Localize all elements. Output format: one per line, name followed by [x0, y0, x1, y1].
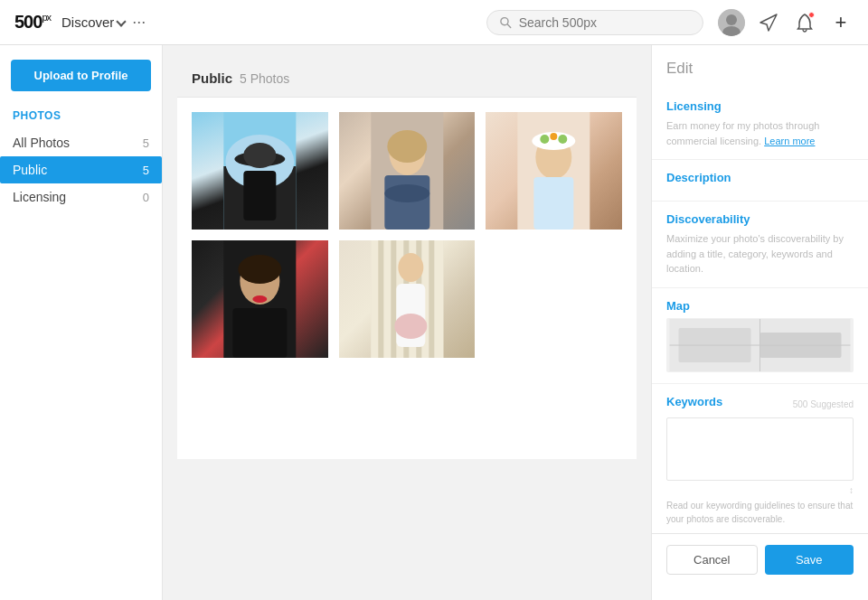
sidebar-item-all-photos[interactable]: All Photos 5 — [0, 129, 162, 156]
panel-footer: Cancel Save — [652, 533, 868, 586]
main-content: Public 5 Photos — [163, 45, 651, 600]
licensing-desc: Earn money for my photos through commerc… — [666, 118, 854, 148]
add-icon[interactable]: + — [828, 10, 854, 35]
map-section: Map — [652, 288, 868, 384]
learn-more-link[interactable]: Learn more — [764, 136, 815, 146]
header: 500px Discover ··· — [0, 0, 868, 45]
photos-grid — [192, 112, 622, 358]
svg-point-37 — [394, 314, 427, 339]
svg-point-3 — [726, 14, 737, 25]
sidebar-count-all-photos: 5 — [143, 136, 149, 150]
photo-image-1 — [192, 112, 328, 230]
svg-rect-27 — [232, 308, 287, 358]
licensing-section: Licensing Earn money for my photos throu… — [652, 89, 868, 160]
sidebar-label-licensing: Licensing — [13, 190, 66, 204]
keywords-header: Keywords 500 Suggested — [666, 395, 854, 414]
send-icon[interactable] — [756, 10, 781, 35]
svg-point-10 — [243, 143, 276, 168]
sidebar-count-licensing: 0 — [143, 191, 149, 204]
content-section-label: Public — [192, 70, 232, 86]
sidebar-item-public[interactable]: Public 5 — [0, 156, 162, 183]
photo-card-2[interactable] — [339, 112, 476, 230]
header-icons: + — [718, 9, 854, 36]
licensing-title: Licensing — [666, 99, 854, 113]
svg-point-26 — [252, 295, 267, 303]
keywords-hint: 500 Suggested — [793, 399, 854, 409]
content-header: Public 5 Photos — [177, 60, 637, 98]
search-icon — [500, 16, 512, 29]
svg-point-20 — [551, 133, 558, 140]
svg-rect-31 — [391, 240, 396, 358]
photo-card-5[interactable] — [339, 240, 476, 358]
logo[interactable]: 500px — [14, 12, 51, 33]
photo-image-2 — [339, 112, 476, 230]
sidebar-item-licensing[interactable]: Licensing 0 — [0, 183, 162, 211]
keywords-title: Keywords — [666, 395, 722, 408]
map-placeholder[interactable] — [666, 318, 854, 372]
photos-section-title: PHOTOS — [0, 109, 162, 129]
photo-image-4 — [192, 240, 328, 358]
photo-card-3[interactable] — [486, 112, 622, 230]
keywords-scroll-indicator: ↕ — [666, 485, 854, 495]
photo-card-1[interactable] — [192, 112, 328, 230]
sidebar-label-public: Public — [13, 163, 47, 177]
content-photo-count: 5 Photos — [240, 71, 289, 86]
edit-panel-title: Edit — [652, 45, 868, 89]
discoverability-title: Discoverability — [666, 212, 854, 226]
cancel-button[interactable]: Cancel — [666, 545, 758, 575]
description-title: Description — [666, 171, 854, 184]
svg-point-15 — [384, 184, 429, 202]
svg-point-19 — [541, 135, 550, 144]
photo-image-5 — [339, 240, 476, 358]
photo-card-4[interactable] — [192, 240, 328, 358]
main-layout: Upload to Profile PHOTOS All Photos 5 Pu… — [0, 45, 868, 600]
sidebar-label-all-photos: All Photos — [13, 136, 70, 150]
svg-point-21 — [559, 135, 568, 144]
discoverability-section: Discoverability Maximize your photo's di… — [652, 202, 868, 288]
upload-button[interactable]: Upload to Profile — [11, 60, 151, 91]
sidebar-count-public: 5 — [143, 164, 149, 177]
svg-point-25 — [238, 255, 281, 284]
avatar[interactable] — [718, 9, 745, 36]
notifications-icon[interactable] — [792, 10, 817, 35]
discover-nav[interactable]: Discover — [61, 14, 125, 30]
sidebar: Upload to Profile PHOTOS All Photos 5 Pu… — [0, 45, 163, 600]
svg-point-35 — [398, 253, 423, 282]
right-panel: Edit Licensing Earn money for my photos … — [651, 45, 868, 600]
map-title: Map — [666, 299, 854, 313]
description-section: Description — [652, 160, 868, 202]
photos-grid-wrapper — [177, 98, 637, 459]
keywording-guide: Read our keywording guidelines to ensure… — [666, 499, 854, 526]
svg-rect-34 — [429, 240, 434, 358]
chevron-down-icon — [117, 16, 127, 26]
photo-image-3 — [486, 112, 622, 230]
notification-dot — [808, 12, 815, 18]
search-input[interactable] — [519, 15, 690, 30]
svg-rect-30 — [378, 240, 383, 358]
search-bar[interactable] — [486, 10, 703, 35]
svg-line-1 — [507, 23, 511, 27]
save-button[interactable]: Save — [765, 545, 854, 575]
keywords-section: Keywords 500 Suggested ↕ Read our keywor… — [652, 384, 868, 538]
svg-rect-8 — [243, 171, 276, 220]
more-menu-button[interactable]: ··· — [132, 13, 146, 32]
discoverability-desc: Maximize your photo's discoverability by… — [666, 231, 854, 277]
svg-point-13 — [387, 130, 427, 163]
svg-rect-22 — [534, 177, 574, 230]
keywords-textarea[interactable] — [666, 417, 854, 481]
